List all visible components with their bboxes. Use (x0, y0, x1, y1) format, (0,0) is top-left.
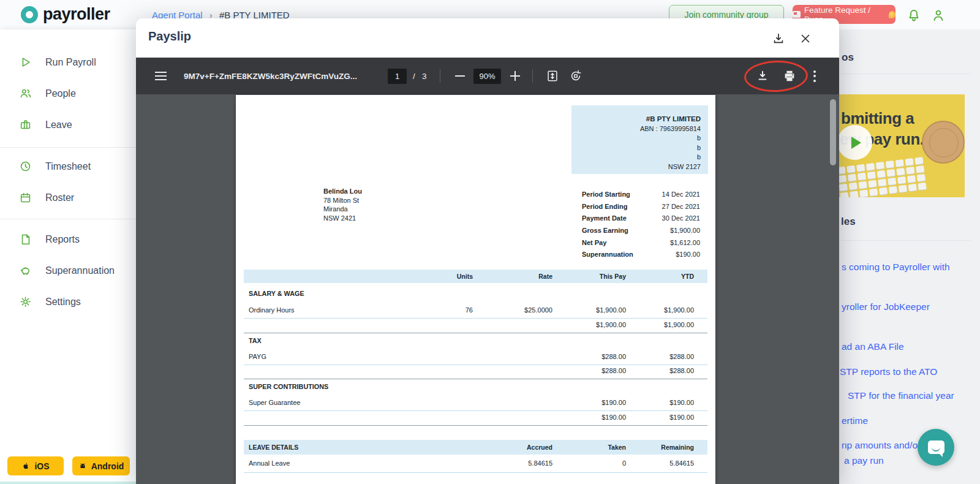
pdf-rotate-icon[interactable] (569, 58, 582, 94)
company-name: #B PTY LIMITED (571, 115, 701, 124)
sidebar-item-settings[interactable]: Settings (0, 292, 136, 312)
modal-title: Payslip (148, 29, 191, 43)
summary-row: Superannuation$190.00 (582, 251, 700, 263)
android-app-button[interactable]: Android (72, 456, 130, 475)
sidebar-item-reports[interactable]: Reports (0, 229, 136, 250)
employee-address-line: Miranda (323, 205, 362, 214)
payslip-page: #B PTY LIMITED ABN : 79639995814 b b b N… (236, 95, 715, 484)
payroller-logo-icon (21, 6, 38, 23)
gear-icon (19, 295, 32, 309)
briefcase-icon (19, 118, 32, 132)
subtotal-divider (244, 333, 707, 333)
calendar-icon (19, 191, 32, 205)
article-link[interactable]: ertime (842, 415, 868, 426)
article-link[interactable]: a pay run (844, 455, 884, 466)
subtotal-row: $1,900.00 $1,900.00 (244, 321, 707, 331)
leave-details-header: LEAVE DETAILS Accrued Taken Remaining (244, 440, 707, 455)
row-divider (244, 318, 707, 319)
app-root: payroller Agent Portal › #B PTY LIMITED … (0, 0, 980, 484)
article-link[interactable]: ad an ABA File (842, 341, 904, 352)
company-address-line: NSW 2127 (571, 162, 701, 172)
article-link[interactable]: yroller for JobKeeper (842, 301, 930, 312)
notifications-bell-icon[interactable] (907, 8, 921, 23)
subtotal-row: $288.00 $288.00 (244, 367, 707, 377)
document-icon (19, 233, 32, 246)
sidebar-item-label: Leave (45, 119, 72, 130)
pdf-filename: 9M7v+F+ZmFE8KZW5kc3RyZWFtCmVuZG... (184, 58, 357, 94)
android-label: Android (91, 461, 124, 471)
sidebar-divider (0, 219, 136, 219)
pay-summary-block: Period Starting14 Dec 2021 Period Ending… (582, 191, 700, 263)
payroller-logo-text: payroller (43, 5, 110, 24)
ios-label: iOS (34, 461, 49, 471)
chat-widget-button[interactable] (918, 429, 954, 466)
earnings-table-header: Units Rate This Pay YTD (244, 270, 707, 283)
sidebar-item-label: Run Payroll (45, 57, 96, 68)
modal-close-icon[interactable] (799, 32, 812, 45)
pdf-fit-page-icon[interactable] (546, 58, 559, 94)
pdf-zoom-out-icon[interactable] (455, 58, 465, 94)
employee-name: Belinda Lou (323, 187, 362, 196)
panel-divider (842, 74, 970, 74)
piggy-bank-icon (19, 264, 32, 278)
pdf-menu-icon[interactable] (155, 58, 167, 94)
article-link[interactable]: STP for the financial year (848, 390, 954, 401)
clap-emoji-icon (889, 11, 895, 18)
video-thumbnail-submitting-pay-run[interactable]: bmitting a ew pay run. (824, 94, 965, 197)
pdf-zoom-level[interactable]: 90% (473, 58, 501, 94)
toolbar-separator (532, 69, 533, 83)
article-link[interactable]: STP reports to the ATO (840, 366, 937, 377)
employee-address-line: 78 Milton St (323, 196, 362, 205)
pdf-page-separator: / (413, 58, 415, 94)
sidebar-item-label: Reports (45, 234, 80, 245)
summary-row: Payment Date30 Dec 2021 (582, 214, 700, 227)
company-address-line: b (571, 153, 701, 162)
payslip-modal: Payslip 9M7v+F+ZmFE8KZW5kc3RyZWFtCmVuZG.… (136, 18, 839, 484)
pdf-scrollbar-thumb[interactable] (830, 99, 836, 165)
row-divider (244, 365, 707, 365)
sidebar-item-timesheet[interactable]: Timesheet (0, 156, 136, 177)
company-address-line: b (571, 134, 701, 143)
pdf-page-input[interactable]: 1 (388, 58, 407, 94)
ios-app-button[interactable]: iOS (7, 456, 64, 475)
summary-row: Period Starting14 Dec 2021 (582, 191, 700, 203)
sidebar-item-label: People (45, 88, 76, 99)
pdf-more-options-icon[interactable] (813, 58, 816, 94)
keyboard-photo (837, 156, 932, 197)
pdf-viewport: #B PTY LIMITED ABN : 79639995814 b b b N… (136, 94, 839, 484)
table-row: PAYG $288.00 $288.00 (244, 353, 707, 363)
article-link[interactable]: np amounts and/or (842, 440, 921, 451)
screen-icon (793, 11, 801, 18)
section-title: SUPER CONTRIBUTIONS (249, 383, 328, 390)
company-info-box: #B PTY LIMITED ABN : 79639995814 b b b N… (571, 105, 708, 174)
sidebar-item-roster[interactable]: Roster (0, 187, 136, 208)
table-row: Super Guarantee $190.00 $190.00 (244, 399, 707, 409)
videos-heading-fragment: os (842, 51, 854, 64)
play-icon (19, 56, 32, 69)
user-account-icon[interactable] (931, 8, 946, 23)
section-title: TAX (249, 337, 262, 344)
summary-row: Period Ending27 Dec 2021 (582, 203, 700, 215)
sidebar-item-leave[interactable]: Leave (0, 115, 136, 135)
company-address-line: b (571, 143, 701, 153)
play-button[interactable] (837, 125, 872, 160)
android-icon (78, 461, 87, 471)
employee-address-line: NSW 2421 (323, 214, 362, 223)
modal-download-icon[interactable] (772, 32, 785, 45)
sidebar-item-people[interactable]: People (0, 83, 136, 104)
subtotal-divider (244, 425, 707, 426)
company-abn: ABN : 79639995814 (571, 124, 701, 134)
employee-address-block: Belinda Lou 78 Milton St Miranda NSW 242… (323, 187, 362, 222)
row-divider (244, 472, 707, 473)
pdf-page-total: 3 (422, 58, 427, 94)
summary-row: Gross Earning$1,900.00 (582, 227, 700, 239)
article-link[interactable]: s coming to Payroller with (842, 262, 950, 273)
apple-icon (21, 461, 30, 471)
clock-icon (19, 160, 32, 173)
sidebar-item-superannuation[interactable]: Superannuation (0, 260, 136, 281)
user-guide-banner[interactable]: User Guide (0, 482, 136, 484)
payroller-logo[interactable]: payroller (21, 5, 110, 24)
sidebar-item-run-payroll[interactable]: Run Payroll (0, 52, 136, 73)
pdf-zoom-in-icon[interactable] (510, 58, 520, 94)
sidebar-item-label: Timesheet (45, 161, 91, 172)
